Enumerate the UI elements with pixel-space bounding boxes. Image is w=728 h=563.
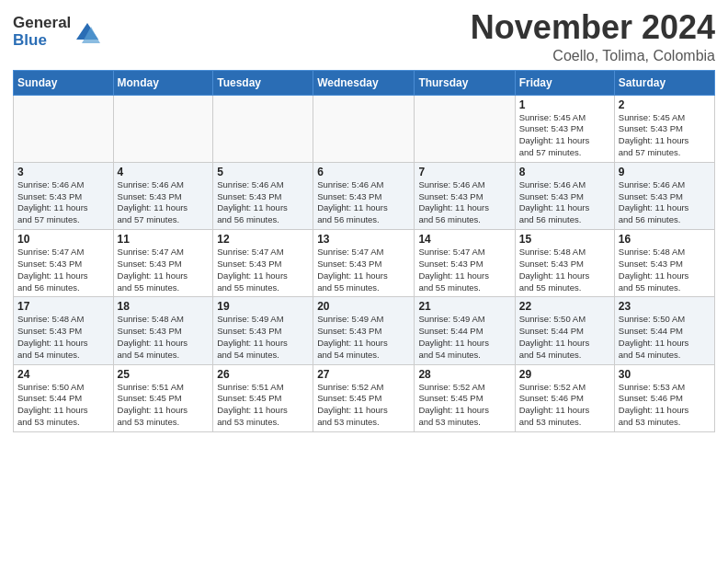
- page-header: General Blue November 2024 Coello, Tolim…: [13, 9, 715, 64]
- calendar-cell: 16Sunrise: 5:48 AM Sunset: 5:43 PM Dayli…: [614, 230, 714, 297]
- calendar-week-row: 1Sunrise: 5:45 AM Sunset: 5:43 PM Daylig…: [14, 95, 715, 162]
- day-info: Sunrise: 5:48 AM Sunset: 5:43 PM Dayligh…: [619, 247, 711, 293]
- day-number: 30: [619, 368, 711, 381]
- day-number: 2: [619, 98, 711, 111]
- day-number: 3: [17, 166, 109, 178]
- calendar-cell: 3Sunrise: 5:46 AM Sunset: 5:43 PM Daylig…: [14, 162, 114, 229]
- calendar-cell: 4Sunrise: 5:46 AM Sunset: 5:43 PM Daylig…: [113, 162, 213, 229]
- day-number: 9: [619, 166, 711, 178]
- day-info: Sunrise: 5:46 AM Sunset: 5:43 PM Dayligh…: [217, 179, 309, 226]
- day-info: Sunrise: 5:46 AM Sunset: 5:43 PM Dayligh…: [418, 179, 510, 226]
- logo-icon: [74, 19, 100, 45]
- calendar-cell: [14, 95, 114, 162]
- day-info: Sunrise: 5:47 AM Sunset: 5:43 PM Dayligh…: [317, 247, 410, 293]
- calendar-cell: 14Sunrise: 5:47 AM Sunset: 5:43 PM Dayli…: [415, 230, 515, 297]
- day-info: Sunrise: 5:53 AM Sunset: 5:46 PM Dayligh…: [619, 382, 711, 429]
- day-number: 15: [519, 233, 610, 246]
- calendar-cell: 19Sunrise: 5:49 AM Sunset: 5:43 PM Dayli…: [213, 297, 313, 364]
- day-info: Sunrise: 5:52 AM Sunset: 5:45 PM Dayligh…: [317, 382, 410, 429]
- day-number: 25: [118, 368, 210, 381]
- day-number: 1: [519, 98, 610, 111]
- weekday-header: Tuesday: [213, 70, 313, 95]
- calendar-cell: 21Sunrise: 5:49 AM Sunset: 5:44 PM Dayli…: [415, 297, 515, 364]
- calendar-cell: 29Sunrise: 5:52 AM Sunset: 5:46 PM Dayli…: [515, 364, 614, 431]
- day-number: 6: [317, 166, 410, 178]
- calendar-cell: 7Sunrise: 5:46 AM Sunset: 5:43 PM Daylig…: [415, 162, 515, 229]
- calendar-cell: 8Sunrise: 5:46 AM Sunset: 5:43 PM Daylig…: [515, 162, 614, 229]
- day-number: 19: [217, 300, 309, 313]
- calendar-cell: 1Sunrise: 5:45 AM Sunset: 5:43 PM Daylig…: [515, 95, 614, 162]
- day-info: Sunrise: 5:47 AM Sunset: 5:43 PM Dayligh…: [418, 247, 510, 293]
- day-number: 14: [418, 233, 510, 246]
- calendar-cell: 24Sunrise: 5:50 AM Sunset: 5:44 PM Dayli…: [14, 364, 114, 431]
- logo-general-text: General: [13, 15, 71, 32]
- day-number: 20: [317, 300, 410, 313]
- day-number: 13: [317, 233, 410, 246]
- day-info: Sunrise: 5:50 AM Sunset: 5:44 PM Dayligh…: [619, 314, 711, 361]
- day-info: Sunrise: 5:49 AM Sunset: 5:43 PM Dayligh…: [217, 314, 309, 361]
- day-number: 23: [619, 300, 711, 313]
- calendar-cell: 18Sunrise: 5:48 AM Sunset: 5:43 PM Dayli…: [113, 297, 213, 364]
- day-info: Sunrise: 5:45 AM Sunset: 5:43 PM Dayligh…: [619, 112, 711, 159]
- calendar-cell: 10Sunrise: 5:47 AM Sunset: 5:43 PM Dayli…: [14, 230, 114, 297]
- day-number: 18: [118, 300, 210, 313]
- day-number: 26: [217, 368, 309, 381]
- calendar-cell: 5Sunrise: 5:46 AM Sunset: 5:43 PM Daylig…: [213, 162, 313, 229]
- weekday-header: Monday: [113, 70, 213, 95]
- weekday-header: Wednesday: [313, 70, 415, 95]
- day-info: Sunrise: 5:47 AM Sunset: 5:43 PM Dayligh…: [217, 247, 309, 293]
- title-block: November 2024 Coello, Tolima, Colombia: [471, 9, 715, 64]
- calendar-cell: 27Sunrise: 5:52 AM Sunset: 5:45 PM Dayli…: [313, 364, 415, 431]
- day-info: Sunrise: 5:52 AM Sunset: 5:45 PM Dayligh…: [418, 382, 510, 429]
- day-info: Sunrise: 5:52 AM Sunset: 5:46 PM Dayligh…: [519, 382, 610, 429]
- day-number: 27: [317, 368, 410, 381]
- day-info: Sunrise: 5:46 AM Sunset: 5:43 PM Dayligh…: [317, 179, 410, 226]
- calendar-cell: 26Sunrise: 5:51 AM Sunset: 5:45 PM Dayli…: [213, 364, 313, 431]
- day-number: 16: [619, 233, 711, 246]
- calendar-header-row: SundayMondayTuesdayWednesdayThursdayFrid…: [14, 70, 715, 95]
- calendar-cell: [415, 95, 515, 162]
- day-info: Sunrise: 5:48 AM Sunset: 5:43 PM Dayligh…: [519, 247, 610, 293]
- day-info: Sunrise: 5:50 AM Sunset: 5:44 PM Dayligh…: [17, 382, 109, 429]
- day-number: 17: [17, 300, 109, 313]
- day-number: 28: [418, 368, 510, 381]
- day-info: Sunrise: 5:48 AM Sunset: 5:43 PM Dayligh…: [118, 314, 210, 361]
- calendar-cell: 17Sunrise: 5:48 AM Sunset: 5:43 PM Dayli…: [14, 297, 114, 364]
- calendar-cell: 25Sunrise: 5:51 AM Sunset: 5:45 PM Dayli…: [113, 364, 213, 431]
- day-number: 4: [118, 166, 210, 178]
- calendar-cell: 15Sunrise: 5:48 AM Sunset: 5:43 PM Dayli…: [515, 230, 614, 297]
- calendar-table: SundayMondayTuesdayWednesdayThursdayFrid…: [13, 70, 715, 432]
- calendar-cell: 11Sunrise: 5:47 AM Sunset: 5:43 PM Dayli…: [113, 230, 213, 297]
- day-number: 21: [418, 300, 510, 313]
- day-number: 10: [17, 233, 109, 246]
- day-info: Sunrise: 5:49 AM Sunset: 5:44 PM Dayligh…: [418, 314, 510, 361]
- day-info: Sunrise: 5:50 AM Sunset: 5:44 PM Dayligh…: [519, 314, 610, 361]
- calendar-cell: 30Sunrise: 5:53 AM Sunset: 5:46 PM Dayli…: [614, 364, 714, 431]
- day-number: 12: [217, 233, 309, 246]
- day-info: Sunrise: 5:46 AM Sunset: 5:43 PM Dayligh…: [519, 179, 610, 226]
- calendar-week-row: 3Sunrise: 5:46 AM Sunset: 5:43 PM Daylig…: [14, 162, 715, 229]
- day-info: Sunrise: 5:51 AM Sunset: 5:45 PM Dayligh…: [118, 382, 210, 429]
- calendar-week-row: 10Sunrise: 5:47 AM Sunset: 5:43 PM Dayli…: [14, 230, 715, 297]
- day-info: Sunrise: 5:49 AM Sunset: 5:43 PM Dayligh…: [317, 314, 410, 361]
- calendar-cell: 28Sunrise: 5:52 AM Sunset: 5:45 PM Dayli…: [415, 364, 515, 431]
- calendar-cell: [313, 95, 415, 162]
- weekday-header: Sunday: [14, 70, 114, 95]
- day-number: 29: [519, 368, 610, 381]
- location: Coello, Tolima, Colombia: [471, 48, 715, 64]
- day-number: 7: [418, 166, 510, 178]
- day-number: 8: [519, 166, 610, 178]
- day-info: Sunrise: 5:46 AM Sunset: 5:43 PM Dayligh…: [118, 179, 210, 226]
- calendar-cell: 22Sunrise: 5:50 AM Sunset: 5:44 PM Dayli…: [515, 297, 614, 364]
- calendar-week-row: 17Sunrise: 5:48 AM Sunset: 5:43 PM Dayli…: [14, 297, 715, 364]
- day-number: 22: [519, 300, 610, 313]
- day-info: Sunrise: 5:47 AM Sunset: 5:43 PM Dayligh…: [17, 247, 109, 293]
- calendar-cell: [213, 95, 313, 162]
- calendar-cell: 23Sunrise: 5:50 AM Sunset: 5:44 PM Dayli…: [614, 297, 714, 364]
- day-info: Sunrise: 5:46 AM Sunset: 5:43 PM Dayligh…: [619, 179, 711, 226]
- day-number: 11: [118, 233, 210, 246]
- calendar-cell: 2Sunrise: 5:45 AM Sunset: 5:43 PM Daylig…: [614, 95, 714, 162]
- calendar-cell: 9Sunrise: 5:46 AM Sunset: 5:43 PM Daylig…: [614, 162, 714, 229]
- day-info: Sunrise: 5:46 AM Sunset: 5:43 PM Dayligh…: [17, 179, 109, 226]
- calendar-cell: 12Sunrise: 5:47 AM Sunset: 5:43 PM Dayli…: [213, 230, 313, 297]
